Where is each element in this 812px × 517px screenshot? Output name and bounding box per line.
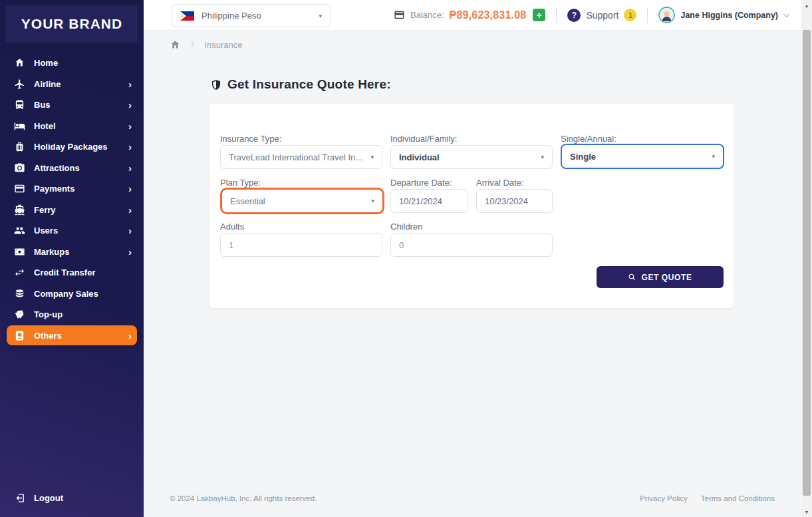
children-field — [390, 233, 553, 257]
balance-label: Balance: — [410, 10, 444, 20]
sidebar-item-others[interactable]: Others › — [7, 325, 137, 345]
passport-icon — [14, 330, 25, 341]
user-name: Jane Higgins (Company) — [680, 11, 778, 20]
chevron-down-icon — [783, 11, 790, 17]
caret-down-icon: ▾ — [319, 13, 322, 19]
single-annual-value: Single — [570, 152, 596, 162]
sidebar-item-airline[interactable]: Airline › — [7, 74, 137, 94]
chevron-right-icon: › — [128, 226, 132, 236]
sidebar-item-credit-transfer[interactable]: Credit Transfer › — [7, 263, 137, 283]
page-title: Get Insurance Quote Here: — [210, 77, 391, 92]
sidebar-item-holiday-packages[interactable]: Holiday Packages › — [7, 137, 137, 157]
single-annual-select[interactable]: Single ▾ — [561, 144, 724, 169]
sidebar-item-top-up[interactable]: Top-up › — [7, 305, 137, 325]
brand-logo[interactable]: YOUR BRAND — [5, 5, 138, 43]
scrollbar-thumb[interactable] — [803, 30, 811, 496]
help-icon: ? — [567, 9, 581, 22]
departure-date-input[interactable] — [399, 196, 460, 206]
ship-icon — [14, 204, 25, 216]
get-quote-label: GET QUOTE — [641, 273, 692, 282]
chevron-right-icon: › — [128, 247, 132, 257]
currency-select[interactable]: Philippine Peso ▾ — [172, 4, 331, 27]
sidebar-item-ferry[interactable]: Ferry › — [7, 200, 137, 220]
logout-icon — [14, 492, 25, 504]
arrival-date-field — [476, 189, 553, 213]
support-badge: 1 — [624, 9, 636, 21]
plan-type-label: Plan Type: — [220, 178, 261, 188]
individual-family-select[interactable]: Individual ▾ — [390, 145, 553, 169]
credit-card-icon — [14, 183, 25, 194]
individual-family-label: Individual/Family: — [390, 134, 457, 144]
balance-amount: ₱89,623,831.08 — [450, 9, 527, 21]
caret-down-icon: ▾ — [370, 154, 374, 160]
chevron-right-icon: › — [128, 184, 132, 194]
sidebar-item-payments[interactable]: Payments › — [7, 179, 137, 199]
topbar: Philippine Peso ▾ Balance: ₱89,623,831.0… — [144, 0, 801, 31]
scroll-up-arrow[interactable]: ▲ — [801, 0, 812, 11]
chevron-right-icon: › — [128, 163, 132, 173]
get-quote-button[interactable]: GET QUOTE — [597, 266, 724, 288]
search-icon — [628, 273, 636, 281]
privacy-policy-link[interactable]: Privacy Policy — [640, 494, 688, 502]
children-input[interactable] — [399, 240, 544, 250]
sidebar-item-users[interactable]: Users › — [7, 221, 137, 241]
sidebar-item-home[interactable]: Home › — [7, 53, 137, 73]
logout-button[interactable]: Logout — [7, 486, 137, 509]
logout-label: Logout — [34, 493, 130, 503]
breadcrumb: › Insurance — [170, 39, 242, 51]
users-icon — [14, 225, 25, 236]
support-link[interactable]: Support — [586, 10, 618, 21]
chevron-right-icon: › — [128, 331, 132, 341]
currency-label: Philippine Peso — [202, 11, 319, 21]
insurance-type-value: TraveLead International Travel In... — [229, 152, 362, 162]
plan-type-select[interactable]: Essential ▾ — [220, 188, 384, 214]
chevron-right-icon: › — [128, 100, 132, 110]
departure-date-field — [390, 189, 468, 213]
sidebar: YOUR BRAND Home › Airline › Bus › Hotel … — [0, 0, 144, 517]
luggage-icon — [14, 141, 25, 152]
sidebar-item-hotel[interactable]: Hotel › — [7, 116, 137, 136]
scrollbar[interactable]: ▲ ▼ — [801, 0, 812, 517]
breadcrumb-current: Insurance — [204, 40, 242, 50]
individual-family-value: Individual — [399, 152, 440, 162]
sidebar-item-company-sales[interactable]: Company Sales › — [7, 283, 137, 303]
copyright-text: © 2024 LakbayHub, Inc. All rights reserv… — [170, 494, 317, 502]
insurance-type-select[interactable]: TraveLead International Travel In... ▾ — [220, 145, 382, 169]
chevron-right-icon: › — [128, 205, 132, 215]
shield-icon — [210, 79, 222, 91]
plan-type-value: Essential — [230, 196, 265, 206]
home-icon — [14, 57, 25, 69]
home-icon[interactable] — [170, 39, 181, 51]
sidebar-item-markups[interactable]: Markups › — [7, 242, 137, 261]
divider — [556, 7, 557, 23]
chevron-right-icon: › — [190, 37, 195, 51]
bed-icon — [14, 120, 25, 132]
user-menu[interactable]: Jane Higgins (Company) — [658, 7, 788, 23]
piggy-bank-icon — [14, 309, 25, 320]
caret-down-icon: ▾ — [541, 154, 544, 160]
caret-down-icon: ▾ — [371, 198, 374, 204]
avatar — [658, 7, 675, 23]
sidebar-item-attractions[interactable]: Attractions › — [7, 158, 137, 178]
arrival-date-input[interactable] — [485, 196, 544, 206]
divider — [647, 7, 648, 23]
adults-label: Adults — [220, 222, 244, 232]
philippine-flag-icon — [180, 11, 194, 21]
wallet-icon — [394, 9, 405, 21]
main-content: › Insurance Get Insurance Quote Here: In… — [144, 31, 801, 517]
arrival-date-label: Arrival Date: — [476, 178, 524, 188]
bus-icon — [14, 99, 25, 110]
adults-input[interactable] — [229, 240, 374, 250]
brand-name: YOUR BRAND — [21, 16, 122, 32]
topbar-right: Balance: ₱89,623,831.08 + ? Support 1 Ja… — [394, 7, 788, 23]
camera-icon — [14, 162, 25, 174]
chevron-right-icon: › — [128, 121, 132, 131]
scroll-down-arrow[interactable]: ▼ — [801, 506, 812, 517]
terms-and-conditions-link[interactable]: Terms and Conditions — [701, 494, 775, 502]
sidebar-item-bus[interactable]: Bus › — [7, 95, 137, 115]
banknote-icon — [14, 246, 25, 258]
coins-icon — [14, 288, 25, 299]
page-title-text: Get Insurance Quote Here: — [227, 77, 391, 92]
add-funds-button[interactable]: + — [533, 9, 545, 21]
single-annual-label: Single/Annual: — [561, 134, 616, 144]
